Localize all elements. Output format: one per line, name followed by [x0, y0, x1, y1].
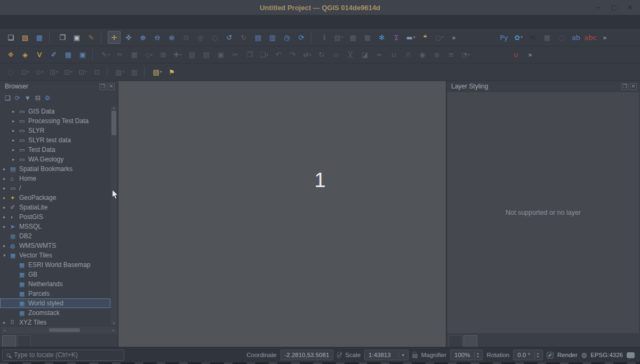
zoom-in[interactable]: ⊕	[137, 31, 149, 44]
tree-item-wms-wmts[interactable]: ▸ ◍ WMS/WMTS	[0, 241, 110, 250]
new-print-layout[interactable]: ❐	[56, 31, 69, 44]
digitize-with-curve[interactable]: ◇	[142, 48, 155, 61]
toolbar-overflow[interactable]: »	[447, 31, 460, 44]
tree-item-world-styled[interactable]: ▦ World styled	[0, 298, 110, 308]
chevron-icon[interactable]: ▸	[3, 214, 10, 220]
new-spatialite-layer[interactable]: ✐	[47, 48, 60, 61]
rotate-point-symbols[interactable]: ◔	[459, 48, 472, 61]
chevron-icon[interactable]: ▸	[3, 224, 10, 229]
titlebar[interactable]: Untitled Project — QGIS 014de9614d –▢✕	[0, 0, 640, 15]
zoom-next[interactable]: ↻	[237, 31, 250, 44]
browser-add-layer[interactable]: ❏	[5, 94, 11, 102]
tree-item-home[interactable]: ▸ ⌂ Home	[0, 174, 110, 183]
undo[interactable]: ↶	[272, 48, 285, 61]
scroll-left-icon[interactable]: ◂	[1, 327, 7, 334]
deselect-features[interactable]: ▩	[347, 31, 359, 44]
paste-features[interactable]: ❑	[258, 48, 270, 61]
new-virtual-layer[interactable]: ▣	[76, 48, 89, 61]
modify-attributes[interactable]: ▤	[200, 48, 213, 61]
maximize-button[interactable]: ▢	[607, 2, 621, 13]
tree-item-wa-geology[interactable]: ▸ ▭ WA Geology	[0, 155, 110, 164]
pan-to-selection[interactable]: ✜	[122, 31, 135, 44]
tree-item-esri-world-basemap[interactable]: ▦ ESRI World Basemap	[0, 260, 110, 270]
tree-item-parcels[interactable]: ▦ Parcels	[0, 289, 110, 298]
layer-diagram-options[interactable]: ⊡	[19, 66, 31, 78]
scroll-right-icon[interactable]: ▸	[110, 327, 117, 334]
metasearch[interactable]: ab	[570, 31, 582, 44]
tree-item-vector-tiles[interactable]: ▾ ▦ Vector Tiles	[0, 250, 110, 260]
statistical-summary[interactable]: Σ	[390, 31, 403, 44]
show-layout-manager[interactable]: ▣	[70, 31, 83, 44]
browser-properties[interactable]: ⚙	[45, 94, 51, 102]
browser-refresh[interactable]: ⟳	[15, 94, 20, 102]
tree-vertical-scrollbar[interactable]: ▴ ▾	[111, 106, 117, 326]
spinner-arrows[interactable]: ▴ ▾	[534, 352, 539, 358]
tree-item-postgis[interactable]: ▸ ◗ PostGIS	[0, 212, 110, 222]
scale-features[interactable]: ▱	[330, 48, 342, 61]
spin-down-icon[interactable]: ▾	[537, 355, 539, 358]
tree-item-processing-test-data[interactable]: ▸ ▭ Processing Test Data	[0, 116, 110, 126]
spinner-arrows[interactable]: ▴ ▾	[474, 352, 478, 358]
open-project[interactable]: ▨	[19, 31, 31, 44]
multiedit-attributes[interactable]: ▧	[186, 48, 198, 61]
tree-item-xyz-tiles[interactable]: ▸ ⠿ XYZ Tiles	[0, 318, 110, 327]
merge-features[interactable]: ≡	[445, 48, 458, 61]
add-point-feature[interactable]: ⊞	[157, 48, 170, 61]
chevron-icon[interactable]: ▸	[12, 109, 19, 114]
highlight-pinned-labels[interactable]: ⊙	[33, 66, 46, 78]
tree-item-geopackage[interactable]: ▸ ✦ GeoPackage	[0, 193, 110, 203]
scale-lock-icon[interactable]	[412, 354, 418, 358]
plugin-tool-a[interactable]: ▦	[541, 31, 554, 44]
close-button[interactable]: ✕	[623, 2, 637, 13]
style-manager[interactable]: ✎	[85, 31, 98, 44]
new-annotation[interactable]: ▤	[151, 66, 164, 78]
locator-search-input[interactable]: Type to locate (Ctrl+K)	[2, 350, 124, 361]
chevron-icon[interactable]: ▸	[12, 118, 19, 124]
tree-item-zoomstack[interactable]: ▦ Zoomstack	[0, 308, 110, 318]
show-spatial-bookmarks[interactable]: ▥	[266, 31, 279, 44]
delete-selected[interactable]: ▣	[214, 48, 227, 61]
tree-item-spatial-bookmarks[interactable]: ▸ ▤ Spatial Bookmarks	[0, 164, 110, 174]
tree-item-gis-data[interactable]: ▸ ▭ GIS Data	[0, 107, 110, 116]
toolbar-overflow-3[interactable]: »	[524, 48, 537, 61]
chevron-icon[interactable]: ▸	[3, 176, 10, 181]
tree-item-db2[interactable]: ▦ DB2	[0, 231, 110, 241]
messages-bubble-icon[interactable]	[627, 352, 635, 358]
browser-filter[interactable]: ▼	[25, 94, 31, 102]
add-ring[interactable]: ∩	[402, 48, 414, 61]
redo[interactable]: ↷	[286, 48, 299, 61]
crs-globe-icon[interactable]: ◍	[581, 351, 587, 359]
processing-model-designer[interactable]: ✿	[512, 31, 525, 44]
copy-features[interactable]: ❐	[243, 48, 256, 61]
render-checkbox[interactable]: ✓	[547, 352, 554, 359]
browser-collapse-all[interactable]: ⊟	[35, 94, 41, 102]
add-part[interactable]: ⊚	[430, 48, 443, 61]
tree-item-spatialite[interactable]: ▸ ✐ SpatiaLite	[0, 203, 110, 212]
new-geopackage-layer[interactable]: ◈	[19, 48, 31, 61]
chevron-icon[interactable]: ▸	[3, 185, 10, 191]
chevron-icon[interactable]: ▸	[3, 320, 10, 325]
offset-curve[interactable]: ∪	[387, 48, 400, 61]
new-spatial-bookmark[interactable]: ▤	[252, 31, 265, 44]
annotation-marker[interactable]: ⚑	[165, 66, 178, 78]
coordinate-extents-toggle-icon[interactable]	[337, 352, 341, 358]
zoom-to-layer[interactable]: ◎	[194, 31, 207, 44]
fill-ring[interactable]: ◉	[416, 48, 429, 61]
tab-browser[interactable]	[2, 335, 16, 347]
current-edits[interactable]: ✎	[99, 48, 112, 61]
zoom-full[interactable]: ⊛	[165, 31, 178, 44]
scroll-down-icon[interactable]: ▾	[111, 321, 117, 326]
split-features[interactable]: ╳	[344, 48, 357, 61]
crs-label[interactable]: EPSG:4326	[590, 352, 623, 358]
raster-histogram-stretch[interactable]: ▨	[114, 66, 126, 78]
processing-toolbox[interactable]: ✻	[375, 31, 388, 44]
rotation-spinner[interactable]: 0.0 ° ▴ ▾	[513, 350, 543, 360]
measure-line[interactable]: ▬	[404, 31, 417, 44]
change-label[interactable]: ⊡	[91, 66, 103, 78]
open-attribute-table[interactable]: ▦	[361, 31, 374, 44]
zoom-native[interactable]: ○	[209, 31, 221, 44]
search-layers[interactable]: ○	[433, 31, 446, 44]
rotate-features[interactable]: ↻	[315, 48, 328, 61]
toggle-editing[interactable]: ✏	[114, 48, 126, 61]
scroll-up-icon[interactable]: ▴	[111, 106, 117, 110]
